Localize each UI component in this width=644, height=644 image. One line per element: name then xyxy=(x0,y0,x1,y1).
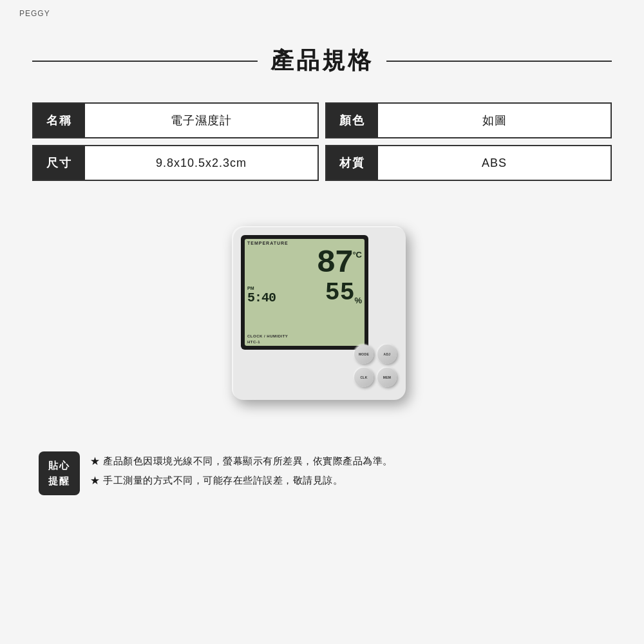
device-buttons: MODE ADJ CLK MEM xyxy=(354,345,397,387)
note-badge-line1: 貼心 xyxy=(48,460,70,471)
spec-row-name: 名稱 電子濕度計 xyxy=(32,102,319,138)
note-badge-line2: 提醒 xyxy=(48,475,70,486)
title-line-left xyxy=(32,61,258,62)
product-image-section: TEMPERATURE 87 °C PM 5:40 xyxy=(32,213,612,419)
mem-button[interactable]: MEM xyxy=(377,368,397,387)
title-line-right xyxy=(386,61,612,62)
humidity-unit: % xyxy=(354,296,362,305)
spec-value-material: ABS xyxy=(378,146,611,180)
spec-value-size: 9.8x10.5x2.3cm xyxy=(85,146,317,180)
main-content: 產品規格 名稱 電子濕度計 顏色 如圖 尺寸 9.8x10.5x2.3cm 材質… xyxy=(32,26,612,618)
mode-button[interactable]: MODE xyxy=(354,345,374,364)
spec-value-color: 如圖 xyxy=(378,104,611,137)
spec-label-color: 顏色 xyxy=(327,104,378,137)
clk-button[interactable]: CLK xyxy=(354,368,374,387)
adj-button[interactable]: ADJ xyxy=(377,345,397,364)
device-body: TEMPERATURE 87 °C PM 5:40 xyxy=(232,226,406,400)
note-section: 貼心 提醒 產品顏色因環境光線不同，螢幕顯示有所差異，依實際產品為準。 手工測量… xyxy=(32,451,612,495)
spec-row-color: 顏色 如圖 xyxy=(325,102,612,138)
note-text: 產品顏色因環境光線不同，螢幕顯示有所差異，依實際產品為準。 手工測量的方式不同，… xyxy=(90,451,393,490)
page-title: 產品規格 xyxy=(270,45,374,77)
spec-value-name: 電子濕度計 xyxy=(85,104,317,137)
spec-row-size: 尺寸 9.8x10.5x2.3cm xyxy=(32,145,319,181)
spec-label-material: 材質 xyxy=(327,146,378,180)
time-display: 5:40 xyxy=(247,290,276,305)
title-section: 產品規格 xyxy=(32,45,612,77)
note-badge: 貼心 提醒 xyxy=(39,451,80,495)
note-line-2: 手工測量的方式不同，可能存在些許誤差，敬請見諒。 xyxy=(90,471,393,490)
spec-row-material: 材質 ABS xyxy=(325,145,612,181)
screen-bottom-text2: HTC-1 xyxy=(247,340,362,344)
spec-label-size: 尺寸 xyxy=(33,146,85,180)
humidity-display: 55 xyxy=(325,281,355,305)
brand-label: PEGGY xyxy=(19,9,50,18)
note-line-1: 產品顏色因環境光線不同，螢幕顯示有所差異，依實際產品為準。 xyxy=(90,451,393,471)
device-wrapper: TEMPERATURE 87 °C PM 5:40 xyxy=(219,213,425,419)
temperature-unit: °C xyxy=(352,247,362,260)
spec-label-name: 名稱 xyxy=(33,104,85,137)
pm-label: PM xyxy=(247,286,254,290)
device-screen-border: TEMPERATURE 87 °C PM 5:40 xyxy=(241,235,368,350)
device-screen: TEMPERATURE 87 °C PM 5:40 xyxy=(245,239,365,346)
screen-bottom-text1: CLOCK / HUMIDITY xyxy=(247,334,362,340)
temperature-display: 87 xyxy=(316,247,352,279)
spec-table: 名稱 電子濕度計 顏色 如圖 尺寸 9.8x10.5x2.3cm 材質 ABS xyxy=(32,102,612,181)
